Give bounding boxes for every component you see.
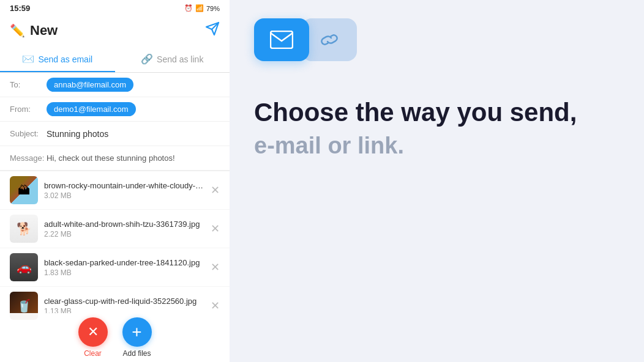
clear-label: Clear <box>84 349 102 358</box>
subject-field-row: Subject: Stunning photos <box>0 122 230 146</box>
to-chip[interactable]: annab@filemail.com <box>47 78 133 92</box>
add-files-button[interactable]: + Add files <box>122 317 152 358</box>
bottom-action-bar: ✕ Clear + Add files <box>0 313 230 362</box>
send-button[interactable] <box>205 21 220 40</box>
file-name: adult-white-and-brown-shih-tzu-3361739.j… <box>44 220 204 229</box>
tab-email[interactable]: ✉️ Send as email <box>0 47 115 72</box>
add-circle-icon: + <box>122 317 152 347</box>
send-tabs: ✉️ Send as email 🔗 Send as link <box>0 47 230 73</box>
add-files-label: Add files <box>122 349 151 358</box>
status-icons: ⏰ 📶 79% <box>184 4 220 12</box>
file-name: clear-glass-cup-with-red-liquid-3522560.… <box>44 297 204 306</box>
from-field-row: From: demo1@filemail.com <box>0 97 230 122</box>
header-title-wrap: ✏️ New <box>10 23 58 39</box>
add-plus-icon: + <box>132 322 141 342</box>
file-size: 1.83 MB <box>44 268 204 277</box>
app-header: ✏️ New <box>0 17 230 47</box>
remove-file-button[interactable]: ✕ <box>211 222 220 235</box>
tab-link-label: Send as link <box>157 54 203 64</box>
tab-link[interactable]: 🔗 Send as link <box>115 47 230 72</box>
file-thumbnail: 🐕 <box>10 215 38 243</box>
file-name: brown-rocky-mountain-under-white-cloudy-… <box>44 181 204 190</box>
file-info: brown-rocky-mountain-under-white-cloudy-… <box>44 181 204 200</box>
hero-text-block: Choose the way you send, e-mail or link. <box>254 98 577 160</box>
file-info: black-sedan-parked-under-tree-1841120.jp… <box>44 258 204 277</box>
file-thumbnail: 🏔 <box>10 176 38 204</box>
email-mode-card[interactable] <box>254 18 309 61</box>
page-title: New <box>30 23 58 39</box>
phone-panel: 15:59 ⏰ 📶 79% ✏️ New ✉️ Send as email 🔗 … <box>0 0 230 362</box>
subject-value[interactable]: Stunning photos <box>47 129 108 139</box>
clear-x-icon: ✕ <box>88 324 99 340</box>
file-thumbnail: 🚗 <box>10 253 38 281</box>
to-label: To: <box>10 80 47 89</box>
to-field-row: To: annab@filemail.com <box>0 73 230 97</box>
clear-circle-icon: ✕ <box>78 317 108 347</box>
hero-subtitle: e-mail or link. <box>254 132 577 160</box>
svg-rect-0 <box>271 31 293 48</box>
file-size: 3.02 MB <box>44 191 204 200</box>
list-item: 🚗 black-sedan-parked-under-tree-1841120.… <box>0 248 230 287</box>
message-field-row: Message: Hi, check out these stunning ph… <box>0 146 230 171</box>
file-info: clear-glass-cup-with-red-liquid-3522560.… <box>44 297 204 316</box>
remove-file-button[interactable]: ✕ <box>211 299 220 312</box>
wifi-icon: 📶 <box>195 4 204 12</box>
status-time: 15:59 <box>10 4 30 13</box>
edit-icon[interactable]: ✏️ <box>10 23 25 38</box>
message-value[interactable]: Hi, check out these stunning photos! <box>47 153 175 163</box>
status-bar: 15:59 ⏰ 📶 79% <box>0 0 230 17</box>
right-panel: Choose the way you send, e-mail or link. <box>230 0 644 362</box>
list-item: 🏔 brown-rocky-mountain-under-white-cloud… <box>0 171 230 210</box>
remove-file-button[interactable]: ✕ <box>211 260 220 274</box>
from-label: From: <box>10 105 47 114</box>
compose-form: To: annab@filemail.com From: demo1@filem… <box>0 73 230 171</box>
tab-email-label: Send as email <box>38 54 92 64</box>
link-mode-card[interactable] <box>302 18 357 61</box>
email-tab-icon: ✉️ <box>22 53 34 65</box>
battery-label: 79% <box>206 5 220 12</box>
hero-title: Choose the way you send, <box>254 98 577 127</box>
from-chip[interactable]: demo1@filemail.com <box>47 102 136 116</box>
subject-label: Subject: <box>10 129 47 138</box>
list-item: 🐕 adult-white-and-brown-shih-tzu-3361739… <box>0 210 230 248</box>
clear-button[interactable]: ✕ Clear <box>78 317 108 358</box>
file-size: 2.22 MB <box>44 230 204 238</box>
remove-file-button[interactable]: ✕ <box>211 183 220 197</box>
mode-tab-cards <box>254 18 357 61</box>
alarm-icon: ⏰ <box>184 4 193 12</box>
message-label: Message: <box>10 153 47 163</box>
file-info: adult-white-and-brown-shih-tzu-3361739.j… <box>44 220 204 238</box>
file-name: black-sedan-parked-under-tree-1841120.jp… <box>44 258 204 267</box>
link-tab-icon: 🔗 <box>141 53 153 65</box>
